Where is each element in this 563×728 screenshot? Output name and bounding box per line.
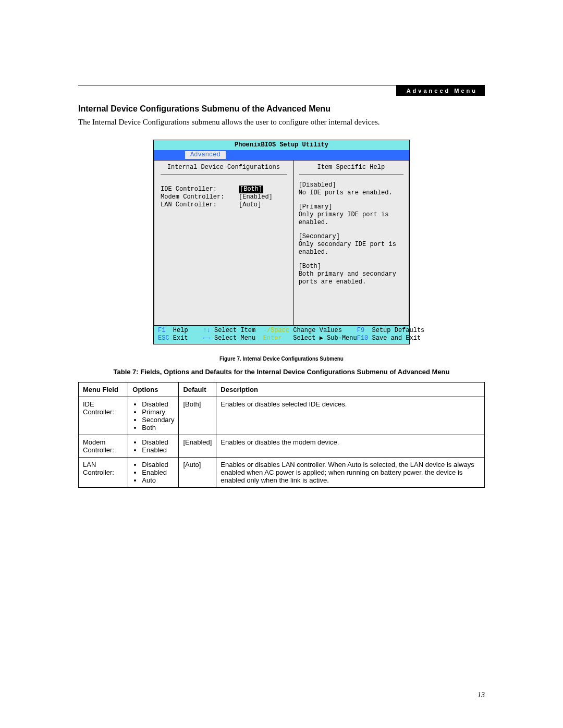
page-number: 13 — [478, 691, 485, 699]
option-item: Disabled — [142, 461, 174, 468]
table-row: LAN Controller:DisabledEnabledAuto[Auto]… — [79, 458, 485, 488]
option-item: Enabled — [142, 468, 174, 476]
bios-field-value: [Both] — [239, 186, 263, 193]
cell-description: Enables or disables the modem device. — [216, 435, 485, 458]
bios-title: PhoenixBIOS Setup Utility — [154, 140, 409, 150]
option-item: Secondary — [142, 416, 174, 424]
table-header: Menu Field — [79, 382, 128, 397]
option-item: Primary — [142, 408, 174, 416]
page-heading: Internal Device Configurations Submenu o… — [78, 104, 485, 114]
bios-field-row: IDE Controller:[Both] — [161, 186, 287, 193]
bios-field-label: Modem Controller: — [161, 193, 239, 201]
bios-field-value: [Enabled] — [239, 193, 273, 201]
cell-menu-field: IDE Controller: — [79, 397, 128, 435]
bios-help-block: [Both]Both primary and secondary ports a… — [299, 263, 403, 286]
bios-panel-title: Internal Device Configurations — [161, 164, 287, 175]
bios-field-value: [Auto] — [239, 201, 261, 209]
table-row: Modem Controller:DisabledEnabled[Enabled… — [79, 435, 485, 458]
option-item: Disabled — [142, 438, 174, 446]
bios-help-block: [Secondary]Only secondary IDE port is en… — [299, 233, 403, 256]
bios-main: Internal Device Configurations IDE Contr… — [154, 160, 409, 326]
option-item: Enabled — [142, 446, 174, 454]
option-item: Disabled — [142, 400, 174, 408]
bios-help-title: Item Specific Help — [299, 164, 403, 175]
bios-field-label: LAN Controller: — [161, 201, 239, 209]
options-table: Menu FieldOptionsDefaultDescription IDE … — [78, 382, 485, 488]
table-header: Options — [128, 382, 179, 397]
bios-help-panel: Item Specific Help [Disabled]No IDE port… — [293, 161, 409, 325]
page: Advanced Menu Internal Device Configurat… — [0, 0, 563, 728]
table-row: IDE Controller:DisabledPrimarySecondaryB… — [79, 397, 485, 435]
bios-footer: F1 Help ↑↓ Select Item -/Space Change Va… — [154, 326, 409, 344]
cell-description: Enables or disables selected IDE devices… — [216, 397, 485, 435]
bios-tab-advanced: Advanced — [185, 151, 226, 159]
table-header: Default — [179, 382, 216, 397]
cell-menu-field: LAN Controller: — [79, 458, 128, 488]
bios-help-block: [Disabled]No IDE ports are enabled. — [299, 181, 403, 197]
option-item: Both — [142, 424, 174, 431]
section-tag: Advanced Menu — [396, 85, 485, 96]
bios-field-label: IDE Controller: — [161, 186, 239, 193]
bios-screenshot: PhoenixBIOS Setup Utility Advanced Inter… — [153, 140, 410, 344]
bios-field-row: Modem Controller:[Enabled] — [161, 193, 287, 201]
bios-field-row: LAN Controller:[Auto] — [161, 201, 287, 209]
bios-tabbar: Advanced — [154, 150, 409, 160]
cell-default: [Auto] — [179, 458, 216, 488]
bios-left-panel: Internal Device Configurations IDE Contr… — [154, 161, 293, 325]
table-header: Description — [216, 382, 485, 397]
cell-default: [Enabled] — [179, 435, 216, 458]
cell-options: DisabledPrimarySecondaryBoth — [128, 397, 179, 435]
intro-paragraph: The Internal Device Configurations subme… — [78, 118, 485, 127]
cell-options: DisabledEnabledAuto — [128, 458, 179, 488]
cell-menu-field: Modem Controller: — [79, 435, 128, 458]
cell-default: [Both] — [179, 397, 216, 435]
option-item: Auto — [142, 476, 174, 484]
cell-options: DisabledEnabled — [128, 435, 179, 458]
cell-description: Enables or disables LAN controller. When… — [216, 458, 485, 488]
table-caption: Table 7: Fields, Options and Defaults fo… — [78, 368, 485, 376]
bios-help-block: [Primary]Only primary IDE port is enable… — [299, 203, 403, 227]
figure-caption: Figure 7. Internal Device Configurations… — [78, 356, 485, 362]
